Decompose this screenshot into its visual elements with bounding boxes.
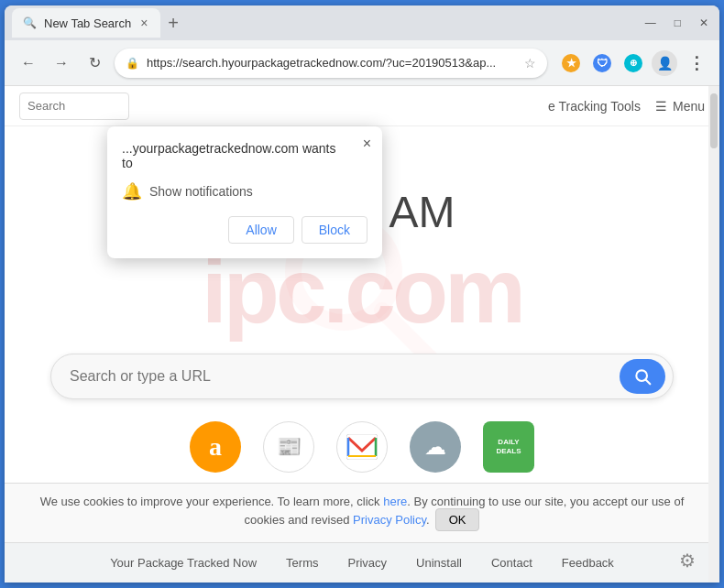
new-tab-button[interactable]: + bbox=[160, 14, 186, 32]
minimize-button[interactable]: — bbox=[642, 15, 660, 31]
amazon-icon[interactable]: a bbox=[190, 421, 241, 473]
hamburger-icon: ☰ bbox=[655, 99, 667, 114]
footer-uninstall[interactable]: Uninstall bbox=[416, 556, 462, 570]
bell-icon: 🔔 bbox=[122, 181, 142, 201]
extension-teal[interactable]: ⊕ bbox=[620, 50, 646, 76]
cookie-text-before: We use cookies to improve your experienc… bbox=[40, 495, 384, 508]
footer-contact[interactable]: Contact bbox=[491, 556, 532, 570]
svg-line-1 bbox=[382, 310, 431, 359]
scrollbar-thumb[interactable] bbox=[710, 93, 718, 148]
allow-button[interactable]: Allow bbox=[228, 216, 293, 244]
cookie-ok-button[interactable]: OK bbox=[435, 508, 480, 531]
toolbar-icons: ★ 🛡 ⊕ 👤 ⋮ bbox=[558, 50, 708, 76]
search-icon bbox=[633, 367, 652, 386]
tab-strip: 🔍 New Tab Search × + bbox=[12, 8, 634, 38]
page-content: e Tracking Tools ☰ Menu ipc.com 10:57 AM bbox=[5, 86, 719, 583]
close-window-button[interactable]: ✕ bbox=[696, 15, 712, 31]
address-input-wrap[interactable]: 🔒 https://search.hyourpackagetrackednow.… bbox=[115, 49, 547, 78]
extension-yellow-icon: ★ bbox=[562, 54, 580, 72]
tab-close-button[interactable]: × bbox=[138, 14, 149, 32]
privacy-policy-link[interactable]: Privacy Policy bbox=[353, 513, 426, 527]
weather-icon[interactable]: ☁ bbox=[410, 421, 461, 473]
url-display: https://search.hyourpackagetrackednow.co… bbox=[147, 56, 517, 70]
hamburger-menu[interactable]: ☰ Menu bbox=[655, 99, 705, 114]
extension-shield-icon: 🛡 bbox=[593, 54, 611, 72]
tracking-tools-label: e Tracking Tools bbox=[548, 99, 641, 114]
notification-popup: × ...yourpackagetrackednow.com wants to … bbox=[107, 126, 382, 258]
main-search-button[interactable] bbox=[620, 359, 665, 394]
scrollbar[interactable] bbox=[708, 86, 719, 583]
app-icons-row: a 📰 ☁ DAILYDEALS bbox=[5, 421, 719, 473]
extension-shield[interactable]: 🛡 bbox=[589, 50, 615, 76]
maximize-button[interactable]: □ bbox=[671, 15, 685, 31]
tab-title: New Tab Search bbox=[44, 16, 131, 30]
page-search-input[interactable] bbox=[19, 93, 129, 120]
extension-yellow[interactable]: ★ bbox=[558, 50, 584, 76]
block-button[interactable]: Block bbox=[302, 216, 367, 244]
cookie-here-link[interactable]: here bbox=[383, 495, 407, 508]
page-top-bar: e Tracking Tools ☰ Menu bbox=[5, 86, 719, 126]
main-search-input[interactable] bbox=[70, 368, 620, 385]
address-bar: ← → ↻ 🔒 https://search.hyourpackagetrack… bbox=[5, 40, 719, 86]
popup-notification-label: Show notifications bbox=[149, 184, 253, 199]
footer-terms[interactable]: Terms bbox=[286, 556, 318, 570]
footer-privacy[interactable]: Privacy bbox=[347, 556, 387, 570]
cookie-banner: We use cookies to improve your experienc… bbox=[5, 483, 719, 542]
footer-links: Your Package Tracked Now Terms Privacy U… bbox=[5, 542, 719, 583]
window-controls: — □ ✕ bbox=[642, 15, 712, 31]
popup-close-button[interactable]: × bbox=[363, 136, 371, 152]
svg-line-3 bbox=[646, 380, 651, 385]
footer-yourpackage[interactable]: Your Package Tracked Now bbox=[110, 556, 257, 570]
refresh-button[interactable]: ↻ bbox=[82, 50, 107, 76]
settings-gear-button[interactable]: ⚙ bbox=[679, 550, 705, 575]
page-top-right: e Tracking Tools ☰ Menu bbox=[548, 99, 705, 114]
main-search-box bbox=[50, 354, 674, 399]
extension-teal-icon: ⊕ bbox=[624, 54, 642, 72]
bookmark-icon[interactable]: ☆ bbox=[524, 56, 536, 71]
active-tab[interactable]: 🔍 New Tab Search × bbox=[12, 8, 160, 38]
popup-notification-row: 🔔 Show notifications bbox=[122, 181, 367, 201]
popup-buttons: Allow Block bbox=[122, 216, 367, 244]
back-button[interactable]: ← bbox=[16, 50, 41, 76]
gmail-icon[interactable] bbox=[336, 421, 388, 473]
more-options-button[interactable]: ⋮ bbox=[683, 50, 708, 76]
daily-deals-icon[interactable]: DAILYDEALS bbox=[483, 421, 534, 473]
menu-label: Menu bbox=[673, 99, 705, 114]
lock-icon: 🔒 bbox=[126, 57, 139, 70]
tab-favicon: 🔍 bbox=[23, 16, 37, 29]
title-bar: 🔍 New Tab Search × + — □ ✕ bbox=[5, 5, 719, 40]
profile-icon[interactable]: 👤 bbox=[652, 50, 677, 76]
footer-feedback[interactable]: Feedback bbox=[562, 556, 614, 570]
forward-button[interactable]: → bbox=[49, 50, 74, 76]
news-icon[interactable]: 📰 bbox=[263, 421, 314, 473]
popup-title: ...yourpackagetrackednow.com wants to bbox=[122, 141, 367, 170]
